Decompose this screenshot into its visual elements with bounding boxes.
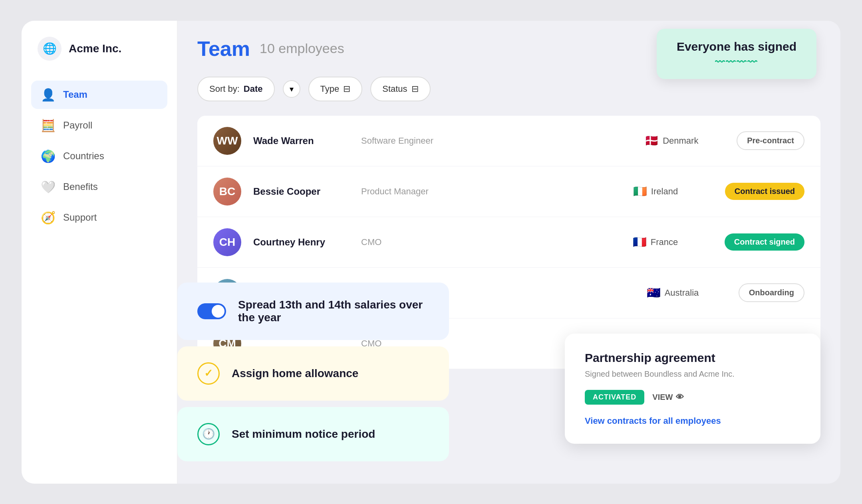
toggle-card: Spread 13th and 14th salaries over the y…	[177, 283, 449, 340]
employee-role: Product Manager	[361, 186, 621, 197]
sidebar-logo: 🌐 Acme Inc.	[22, 37, 177, 81]
employee-name: Courtney Henry	[253, 237, 349, 248]
benefits-icon: 🤍	[41, 180, 55, 194]
notice-label: Set minimum notice period	[232, 428, 375, 441]
partnership-subtitle: Signed between Boundless and Acme Inc.	[585, 370, 800, 379]
tooltip-title: Everyone has signed	[677, 40, 796, 53]
sidebar-payroll-label: Payroll	[63, 120, 92, 131]
team-icon: 👤	[41, 88, 55, 102]
sort-filter-button[interactable]: Sort by: Date	[197, 77, 275, 101]
sort-value: Date	[244, 84, 263, 94]
employee-country: 🇩🇰 Denmark	[645, 134, 725, 147]
avatar: CH	[213, 228, 241, 256]
employee-role: Software Engineer	[361, 136, 633, 146]
view-link[interactable]: VIEW 👁	[652, 393, 684, 402]
country-name: France	[651, 237, 678, 247]
chevron-down-icon: ▾	[290, 84, 294, 94]
toggle-knob	[212, 305, 224, 318]
activated-badge: ACTIVATED	[585, 390, 644, 405]
employee-name: Wade Warren	[253, 135, 349, 146]
employee-country: 🇫🇷 France	[633, 235, 713, 249]
content-area: Everyone has signed 〰〰〰〰 Team 10 employe…	[177, 21, 840, 484]
page-title: Team	[197, 37, 250, 61]
sidebar-support-label: Support	[63, 212, 97, 223]
table-row[interactable]: CH Courtney Henry CMO 🇫🇷 France Contract…	[197, 217, 820, 268]
sidebar-benefits-label: Benefits	[63, 181, 98, 192]
payroll-icon: 🧮	[41, 119, 55, 132]
eye-icon: 👁	[676, 393, 684, 402]
countries-icon: 🌍	[41, 149, 55, 163]
sidebar: 🌐 Acme Inc. 👤 Team 🧮 Payroll 🌍 Countries…	[22, 21, 177, 484]
employee-role: CMO	[361, 237, 621, 247]
employee-count: 10 employees	[260, 41, 344, 56]
table-row[interactable]: BC Bessie Cooper Product Manager 🇮🇪 Irel…	[197, 166, 820, 217]
sort-chevron-button[interactable]: ▾	[283, 80, 300, 98]
support-icon: 🧭	[41, 211, 55, 225]
status-filter-button[interactable]: Status ⊟	[370, 77, 430, 101]
employee-country: 🇦🇺 Australia	[647, 286, 727, 299]
company-name: Acme Inc.	[69, 42, 121, 55]
main-container: 🌐 Acme Inc. 👤 Team 🧮 Payroll 🌍 Countries…	[22, 21, 840, 484]
employee-country: 🇮🇪 Ireland	[633, 185, 713, 198]
country-name: Denmark	[663, 136, 698, 146]
status-label: Status	[382, 84, 407, 94]
view-all-contracts-link[interactable]: View contracts for all employees	[585, 416, 721, 426]
sidebar-countries-label: Countries	[63, 150, 104, 162]
notice-icon: 🕐	[197, 423, 220, 445]
avatar: WW	[213, 127, 241, 155]
status-badge: Onboarding	[739, 283, 804, 302]
view-label: VIEW	[652, 393, 673, 402]
partnership-card: Partnership agreement Signed between Bou…	[565, 334, 820, 444]
status-badge: Contract issued	[725, 183, 804, 200]
type-sliders-icon: ⊟	[343, 84, 350, 94]
avatar: BC	[213, 178, 241, 206]
notice-card: 🕐 Set minimum notice period	[177, 407, 449, 461]
sidebar-team-label: Team	[63, 89, 87, 100]
allowance-card: ✓ Assign home allowance	[177, 346, 449, 401]
tooltip-wave: 〰〰〰〰	[677, 57, 796, 68]
sidebar-item-benefits[interactable]: 🤍 Benefits	[31, 173, 167, 201]
toggle-label: Spread 13th and 14th salaries over the y…	[238, 298, 429, 324]
status-badge: Pre-contract	[737, 131, 804, 150]
type-filter-button[interactable]: Type ⊟	[308, 77, 363, 101]
flag-icon: 🇫🇷	[633, 235, 647, 249]
toggle-switch[interactable]	[197, 303, 226, 319]
partnership-title: Partnership agreement	[585, 351, 800, 365]
sort-label: Sort by:	[209, 84, 240, 94]
flag-icon: 🇦🇺	[647, 286, 661, 299]
floating-cards: Spread 13th and 14th salaries over the y…	[177, 283, 449, 468]
sidebar-item-payroll[interactable]: 🧮 Payroll	[31, 111, 167, 140]
sidebar-nav: 👤 Team 🧮 Payroll 🌍 Countries 🤍 Benefits …	[22, 81, 177, 232]
sidebar-item-team[interactable]: 👤 Team	[31, 81, 167, 109]
table-row[interactable]: WW Wade Warren Software Engineer 🇩🇰 Denm…	[197, 116, 820, 166]
country-name: Australia	[665, 288, 699, 298]
flag-icon: 🇩🇰	[645, 134, 659, 147]
sidebar-item-countries[interactable]: 🌍 Countries	[31, 142, 167, 170]
status-badge: Contract signed	[725, 233, 804, 251]
type-label: Type	[320, 84, 340, 94]
allowance-icon: ✓	[197, 362, 220, 385]
country-name: Ireland	[651, 186, 678, 197]
allowance-label: Assign home allowance	[232, 367, 358, 380]
partnership-actions: ACTIVATED VIEW 👁	[585, 390, 800, 405]
logo-icon: 🌐	[38, 37, 62, 61]
everyone-signed-tooltip: Everyone has signed 〰〰〰〰	[657, 29, 816, 79]
sidebar-item-support[interactable]: 🧭 Support	[31, 204, 167, 232]
status-sliders-icon: ⊟	[411, 84, 419, 94]
employee-name: Bessie Cooper	[253, 186, 349, 197]
filter-row: Sort by: Date ▾ Type ⊟ Status ⊟	[197, 77, 820, 101]
flag-icon: 🇮🇪	[633, 185, 647, 198]
